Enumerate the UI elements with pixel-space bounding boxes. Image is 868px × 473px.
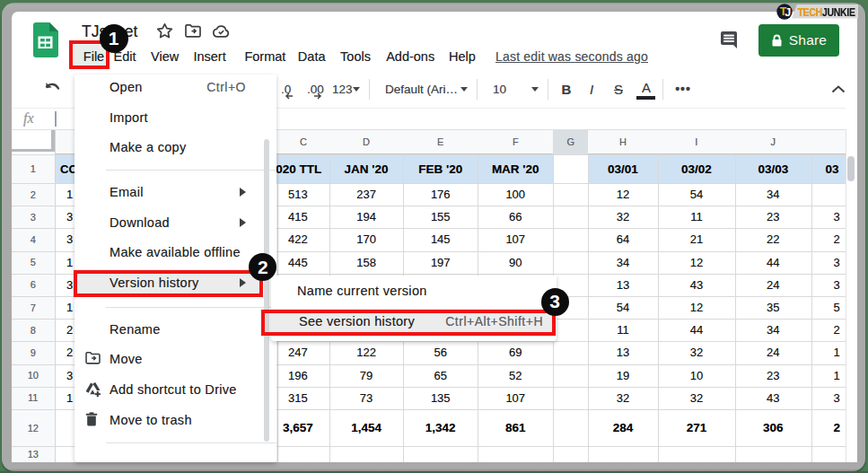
svg-text:J: J (785, 6, 791, 19)
